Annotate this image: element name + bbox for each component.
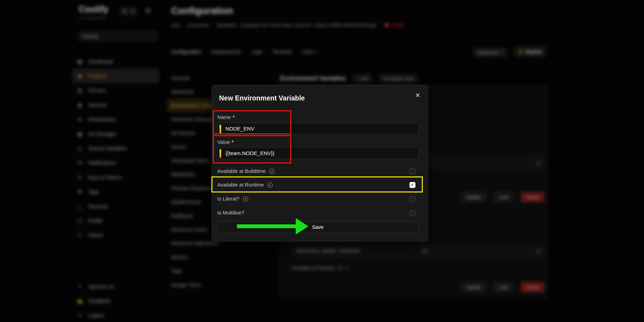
field-label-text: Name — [217, 114, 231, 120]
multiline-checkbox[interactable] — [410, 210, 415, 216]
checkbox-label: Available at Runtime — [217, 182, 264, 188]
buildtime-row: Available at Buildtimei — [217, 168, 415, 175]
field-label-text: Value — [217, 139, 230, 145]
info-icon[interactable]: i — [267, 182, 273, 188]
info-icon[interactable]: i — [269, 169, 274, 174]
checkbox-label: Available at Buildtime — [217, 168, 266, 174]
name-field-value: NODE_ENV — [225, 126, 254, 132]
required-asterisk: * — [233, 114, 235, 120]
input-accent-bar — [219, 125, 221, 133]
input-accent-bar — [219, 149, 221, 158]
checkbox-label: Is Literal? — [217, 196, 239, 202]
name-field[interactable]: NODE_ENV — [217, 123, 419, 134]
value-field-label: Value* — [217, 139, 234, 145]
runtime-checkbox[interactable]: ✓ — [410, 182, 415, 188]
info-icon[interactable]: i — [243, 196, 248, 202]
runtime-row: Available at Runtimei ✓ — [217, 181, 415, 188]
modal-title: New Environment Variable — [219, 94, 305, 102]
coolify-app: Coolify ⌘ K ⚙ v4.0.0-beta.360 Hosting ↕ … — [0, 0, 644, 322]
new-env-variable-modal: New Environment Variable × Name* NODE_EN… — [212, 85, 428, 241]
close-icon[interactable]: × — [415, 91, 420, 99]
buildtime-checkbox[interactable] — [410, 168, 415, 174]
required-asterisk: * — [232, 139, 234, 145]
value-field[interactable]: {{team.NODE_ENV}} — [217, 147, 419, 159]
save-button[interactable]: Save — [217, 222, 419, 232]
multiline-row: Is Multiline? — [217, 209, 415, 216]
checkbox-label: Is Multiline? — [217, 210, 244, 216]
value-field-value: {{team.NODE_ENV}} — [225, 150, 274, 156]
literal-checkbox[interactable] — [410, 196, 415, 202]
literal-row: Is Literal?i — [217, 195, 415, 202]
name-field-label: Name* — [217, 114, 234, 120]
